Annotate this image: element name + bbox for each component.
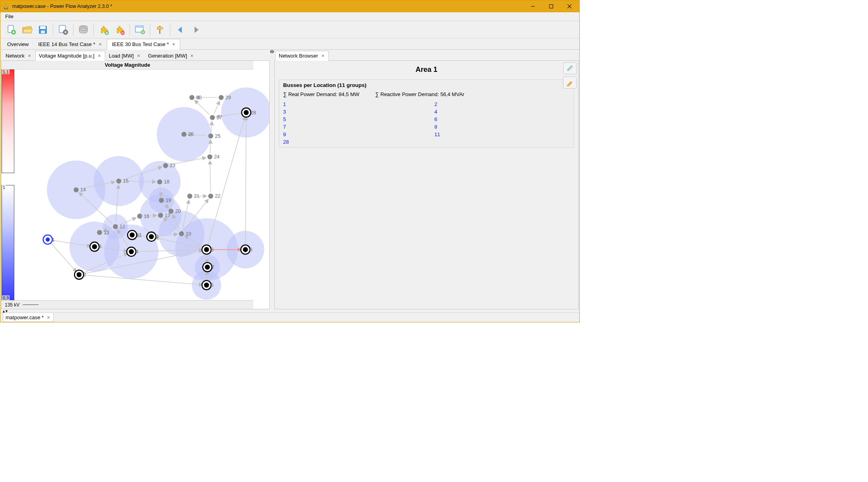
close-icon[interactable]: ✕ [320, 54, 325, 58]
svg-point-132 [207, 154, 212, 160]
voltage-footer: 135 kV [2, 300, 253, 309]
signpost-button[interactable] [152, 23, 168, 37]
close-icon[interactable]: ✕ [171, 42, 176, 46]
svg-point-11 [65, 31, 66, 33]
nav-forward-button[interactable] [189, 23, 204, 37]
svg-point-89 [204, 283, 209, 288]
close-button[interactable] [560, 0, 579, 12]
location-link[interactable]: 5 [283, 116, 419, 122]
svg-text:28: 28 [251, 110, 256, 116]
scale-min-label: 0,9 [2, 295, 10, 300]
left-tabs: Network✕ Voltage Magnitude [p.u.]✕ Load … [1, 50, 270, 61]
svg-point-143 [219, 95, 224, 100]
bus-node[interactable]: 1 [43, 235, 55, 244]
minimize-button[interactable] [524, 0, 542, 12]
open-file-button[interactable] [19, 23, 35, 37]
bottom-tabs: matpower.case *✕ [0, 312, 579, 322]
svg-text:30: 30 [196, 95, 202, 100]
footer-label: 135 kV [5, 301, 19, 309]
svg-rect-7 [40, 26, 46, 29]
close-icon[interactable]: ✕ [98, 42, 102, 46]
color-scale: 1,1 1 0,9 [2, 69, 14, 300]
svg-text:25: 25 [215, 133, 220, 139]
save-button[interactable] [35, 23, 50, 37]
svg-text:16: 16 [144, 214, 149, 219]
svg-line-69 [211, 122, 212, 132]
left-tab-voltage[interactable]: Voltage Magnitude [p.u.]✕ [35, 51, 105, 61]
location-link[interactable]: 28 [283, 139, 419, 145]
main-tab-ieee30[interactable]: IEEE 30 Bus Test Case *✕ [107, 39, 181, 50]
voltage-view: Voltage Magnitude 1,1 1 0,9 123456789101… [1, 61, 270, 309]
bus-node[interactable]: 22 [208, 193, 220, 199]
svg-rect-1 [550, 5, 553, 8]
plugin-add-button[interactable] [96, 23, 111, 37]
scale-max-label: 1,1 [2, 69, 10, 74]
new-file-button[interactable] [4, 23, 19, 37]
location-link[interactable]: 1 [283, 101, 419, 107]
close-icon[interactable]: ✕ [97, 54, 102, 58]
bus-groups-card: Busses per Location (11 groups) ∑ Real P… [279, 79, 574, 148]
close-icon[interactable]: ✕ [189, 54, 194, 58]
bus-node[interactable]: 29 [219, 95, 231, 100]
bus-node[interactable]: 27 [210, 115, 222, 120]
svg-text:17: 17 [165, 213, 170, 218]
main-tab-ieee14[interactable]: IEEE 14 Bus Test Case *✕ [33, 39, 107, 49]
svg-point-103 [179, 231, 184, 236]
location-links-grid: 1234567891128 [283, 101, 570, 145]
tab-label: Network [6, 53, 25, 59]
line-icon [23, 305, 39, 305]
tab-label: Overview [7, 41, 29, 47]
svg-point-101 [149, 234, 154, 239]
location-link[interactable]: 11 [434, 131, 570, 137]
svg-point-77 [46, 237, 50, 242]
nb-edit-button[interactable] [563, 77, 577, 89]
network-graph[interactable]: 1234567891011121314151617181920212223242… [14, 69, 269, 300]
location-link[interactable]: 6 [434, 116, 570, 122]
database-button[interactable] [76, 23, 91, 37]
left-tab-network[interactable]: Network✕ [2, 51, 35, 60]
close-icon[interactable]: ✕ [136, 54, 141, 58]
nb-config-button[interactable] [563, 62, 577, 74]
maximize-button[interactable] [542, 0, 560, 12]
bus-node[interactable]: 2 [75, 270, 86, 279]
splitter-vertical[interactable] [270, 50, 274, 310]
close-icon[interactable]: ✕ [27, 54, 32, 58]
location-link[interactable]: 2 [434, 101, 570, 107]
tab-label: Voltage Magnitude [p.u.] [39, 53, 95, 59]
graph-area[interactable]: 1234567891011121314151617181920212223242… [14, 69, 269, 300]
bus-node[interactable]: 30 [189, 95, 202, 100]
plugin-remove-button[interactable] [112, 23, 127, 37]
tab-label: IEEE 14 Bus Test Case * [38, 41, 95, 47]
bottom-tab-case[interactable]: matpower.case *✕ [3, 313, 54, 322]
bus-node[interactable]: 24 [207, 154, 220, 160]
scale-mid-label: 1 [2, 185, 6, 190]
bus-node[interactable]: 25 [208, 133, 220, 139]
location-link[interactable]: 9 [283, 131, 419, 137]
svg-point-116 [137, 214, 142, 219]
left-tab-generation[interactable]: Generation [MW]✕ [145, 51, 198, 60]
main-tab-overview[interactable]: Overview [2, 39, 33, 49]
nav-back-button[interactable] [173, 23, 188, 37]
svg-point-134 [208, 133, 213, 139]
left-tab-load[interactable]: Load [MW]✕ [105, 51, 145, 60]
add-panel-button[interactable] [132, 23, 147, 37]
settings-button[interactable] [56, 23, 71, 37]
svg-point-124 [168, 208, 174, 214]
svg-rect-17 [135, 26, 143, 28]
location-link[interactable]: 3 [283, 109, 419, 115]
svg-point-118 [158, 213, 163, 218]
right-tab-browser[interactable]: Network Browser✕ [275, 51, 329, 61]
right-pane: Network Browser✕ Area 1 Busses per Locat… [274, 50, 579, 310]
svg-point-95 [205, 265, 210, 270]
bus-node[interactable]: 21 [187, 193, 200, 199]
menu-file[interactable]: File [3, 13, 16, 20]
svg-text:5: 5 [211, 282, 214, 288]
svg-text:20: 20 [175, 208, 181, 214]
toolbar [0, 21, 579, 39]
svg-text:13: 13 [104, 230, 109, 235]
location-link[interactable]: 8 [434, 124, 570, 130]
location-link[interactable]: 7 [283, 124, 419, 130]
location-link[interactable]: 4 [434, 109, 570, 115]
close-icon[interactable]: ✕ [46, 315, 51, 320]
svg-point-92 [204, 247, 209, 252]
